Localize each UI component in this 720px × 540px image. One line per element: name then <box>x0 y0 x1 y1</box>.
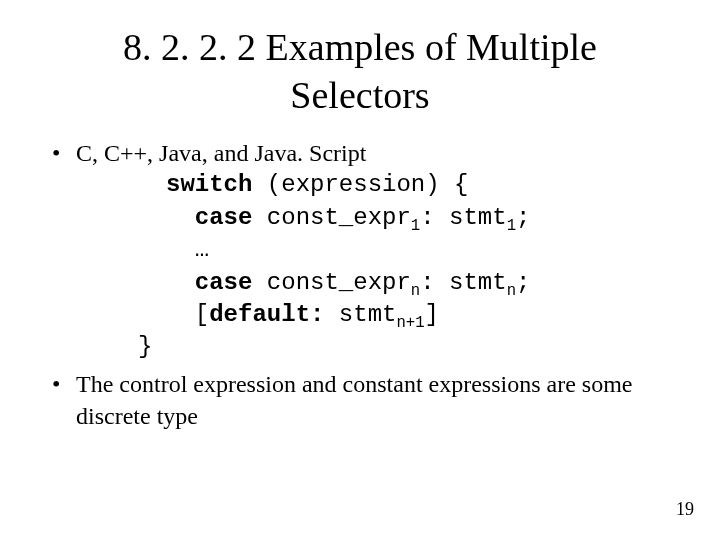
code-block: switch (expression) { case const_expr1: … <box>76 169 672 331</box>
default-open: [ <box>195 301 209 328</box>
slide-title: 8. 2. 2. 2 Examples of Multiple Selector… <box>0 0 720 119</box>
bullet-1-text: C, C++, Java, and Java. Script <box>76 140 366 166</box>
keyword-case-1: case <box>195 204 253 231</box>
casen-stmt: stmt <box>435 269 507 296</box>
case1-stmt-sub: 1 <box>507 217 516 235</box>
code-ellipsis: … <box>195 236 209 263</box>
case1-stmt: stmt <box>435 204 507 231</box>
casen-expr: const_expr <box>252 269 410 296</box>
bullet-item-2: The control expression and constant expr… <box>48 368 672 433</box>
slide-body: C, C++, Java, and Java. Script switch (e… <box>0 119 720 433</box>
page-number: 19 <box>676 499 694 520</box>
case1-colon: : <box>420 204 434 231</box>
case1-expr: const_expr <box>252 204 410 231</box>
bullet-list: C, C++, Java, and Java. Script switch (e… <box>48 137 672 433</box>
default-stmt: stmt <box>324 301 396 328</box>
switch-rest: (expression) { <box>252 171 468 198</box>
title-line-2: Selectors <box>290 74 429 116</box>
case1-semi: ; <box>516 204 530 231</box>
bullet-2-text: The control expression and constant expr… <box>76 371 633 429</box>
default-sub: n+1 <box>396 314 424 332</box>
casen-colon: : <box>420 269 434 296</box>
title-line-1: 8. 2. 2. 2 Examples of Multiple <box>123 26 597 68</box>
keyword-default: default: <box>209 301 324 328</box>
casen-semi: ; <box>516 269 530 296</box>
keyword-case-n: case <box>195 269 253 296</box>
keyword-switch: switch <box>166 171 252 198</box>
casen-sub: n <box>411 281 420 299</box>
casen-stmt-sub: n <box>507 281 516 299</box>
bullet-item-1: C, C++, Java, and Java. Script switch (e… <box>48 137 672 364</box>
default-close: ] <box>425 301 439 328</box>
code-close-brace: } <box>76 331 672 363</box>
case1-sub: 1 <box>411 217 420 235</box>
slide: 8. 2. 2. 2 Examples of Multiple Selector… <box>0 0 720 540</box>
